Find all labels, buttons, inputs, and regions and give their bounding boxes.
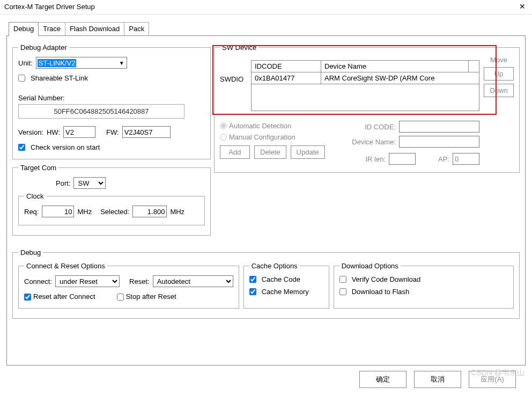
stop-after-label: Stop after Reset	[126, 292, 176, 301]
manual-config-label: Manual Configuration	[229, 133, 295, 141]
cache-code-checkbox[interactable]	[249, 276, 256, 283]
cancel-button[interactable]: 取消	[414, 371, 461, 388]
move-label: Move	[484, 56, 514, 64]
table-row[interactable]: 0x1BA01477 ARM CoreSight SW-DP (ARM Core	[252, 72, 479, 84]
fw-field	[122, 126, 171, 138]
manual-config-radio	[220, 134, 227, 141]
unit-select[interactable]: ST-LINK/V2 ▼	[36, 57, 127, 69]
tab-pack[interactable]: Pack	[124, 22, 149, 36]
reset-after-checkbox[interactable]	[24, 294, 31, 301]
ap-label: AP:	[438, 155, 449, 163]
idcode-cell: 0x1BA01477	[252, 72, 321, 84]
ap-field	[453, 153, 479, 165]
tab-debug[interactable]: Debug	[9, 22, 39, 36]
cache-memory-label: Cache Memory	[262, 288, 309, 296]
hw-label: HW:	[47, 128, 60, 136]
cache-options-group: Cache Options Cache Code Cache Memory	[243, 262, 329, 309]
req-field[interactable]	[42, 206, 74, 217]
sw-device-table: IDCODE Device Name 0x1BA01477 ARM CoreSi…	[251, 60, 479, 111]
verify-download-checkbox[interactable]	[339, 276, 346, 283]
req-label: Req:	[24, 208, 39, 216]
cache-memory-checkbox[interactable]	[249, 288, 256, 295]
selected-unit: MHz	[170, 208, 184, 216]
req-unit: MHz	[77, 208, 92, 216]
reset-after-label: Reset after Connect	[33, 292, 95, 301]
apply-button[interactable]: 应用(A)	[469, 371, 516, 388]
cache-code-label: Cache Code	[262, 275, 300, 283]
idcode-header: IDCODE	[252, 61, 321, 72]
port-select[interactable]: SW	[73, 177, 106, 189]
connect-label: Connect:	[24, 277, 52, 286]
shareable-checkbox[interactable]	[18, 75, 25, 82]
selected-field	[132, 206, 167, 217]
move-down-button[interactable]: Down	[484, 84, 514, 97]
auto-detection-radio	[220, 122, 227, 129]
debug-legend: Debug	[18, 248, 43, 257]
move-up-button[interactable]: Up	[484, 67, 514, 81]
tab-trace[interactable]: Trace	[38, 22, 65, 36]
titlebar: Cortex-M Target Driver Setup ✕	[0, 0, 532, 14]
devname-label: Device Name:	[342, 138, 396, 146]
connect-reset-legend: Connect & Reset Options	[24, 262, 107, 270]
swdio-label: SWDIO	[220, 60, 247, 83]
debug-adapter-group: Debug Adapter Unit: ST-LINK/V2 ▼ Shareab…	[12, 43, 211, 159]
update-button[interactable]: Update	[291, 145, 325, 159]
reset-label: Reset:	[129, 277, 150, 286]
connect-select[interactable]: under Reset	[55, 275, 120, 287]
sw-device-group: SW Device SWDIO IDCODE Device Na	[214, 43, 520, 173]
devname-cell: ARM CoreSight SW-DP (ARM Core	[321, 72, 479, 84]
serial-value: 50FF6C064882505146420887	[18, 104, 184, 119]
debug-group: Debug Connect & Reset Options Connect: u…	[12, 248, 520, 319]
window-title: Cortex-M Target Driver Setup	[4, 3, 95, 11]
tab-bar: Debug Trace Flash Download Pack	[9, 22, 526, 36]
download-options-group: Download Options Verify Code Download Do…	[334, 262, 514, 309]
irlen-label: IR len:	[365, 155, 386, 163]
ok-button[interactable]: 确定	[359, 371, 407, 388]
target-com-group: Target Com Port: SW Clock Req: MHz	[12, 164, 211, 236]
idcode-label: ID CODE:	[342, 123, 396, 131]
check-version-label: Check version on start	[31, 143, 100, 151]
tab-page-debug: Debug Adapter Unit: ST-LINK/V2 ▼ Shareab…	[6, 35, 526, 365]
sw-device-legend: SW Device	[220, 43, 258, 52]
fw-label: FW:	[106, 128, 119, 136]
download-flash-checkbox[interactable]	[339, 288, 346, 295]
port-label: Port:	[56, 179, 70, 187]
clock-legend: Clock	[24, 192, 46, 200]
irlen-field	[389, 153, 416, 165]
verify-download-label: Verify Code Download	[352, 275, 421, 283]
shareable-label: Shareable ST-Link	[31, 74, 88, 82]
selected-label: Selected:	[100, 208, 129, 216]
delete-button[interactable]: Delete	[254, 145, 286, 159]
check-version-checkbox[interactable]	[18, 144, 25, 151]
idcode-field	[399, 121, 479, 133]
close-icon[interactable]: ✕	[517, 2, 528, 11]
connect-reset-group: Connect & Reset Options Connect: under R…	[18, 262, 239, 309]
devname-header: Device Name	[321, 61, 469, 72]
version-label: Version:	[18, 128, 43, 136]
download-flash-label: Download to Flash	[352, 288, 410, 296]
debug-adapter-legend: Debug Adapter	[18, 43, 69, 52]
cache-legend: Cache Options	[249, 262, 300, 270]
tab-flash-download[interactable]: Flash Download	[65, 22, 124, 36]
serial-label: Serial Number:	[18, 94, 205, 102]
reset-select[interactable]: Autodetect	[153, 275, 233, 287]
hw-field	[63, 126, 95, 138]
devname-field	[399, 136, 479, 148]
target-com-legend: Target Com	[18, 164, 58, 172]
clock-group: Clock Req: MHz Selected: MHz	[18, 192, 205, 225]
stop-after-checkbox[interactable]	[117, 294, 124, 301]
download-legend: Download Options	[339, 262, 401, 270]
unit-value: ST-LINK/V2	[38, 59, 77, 67]
unit-label: Unit:	[18, 59, 33, 67]
add-button[interactable]: Add	[220, 145, 250, 159]
auto-detection-label: Automatic Detection	[229, 122, 291, 130]
chevron-down-icon: ▼	[119, 60, 124, 66]
